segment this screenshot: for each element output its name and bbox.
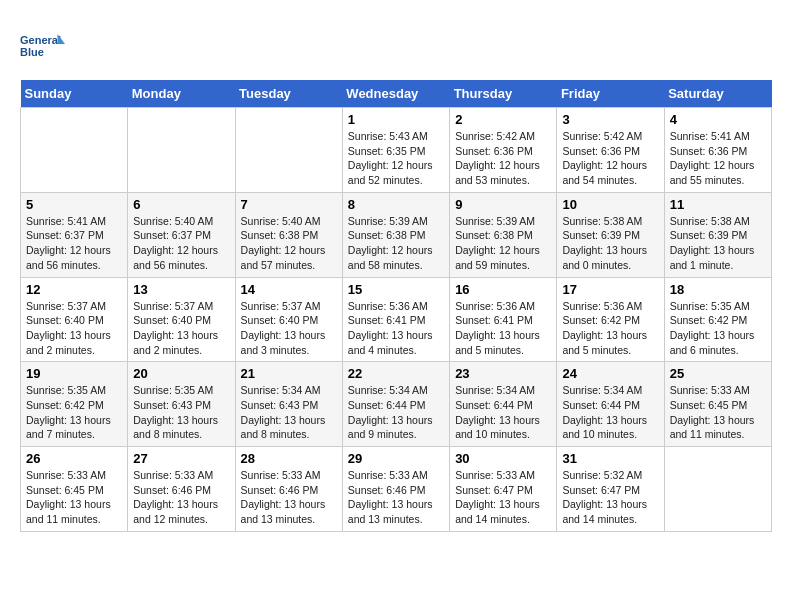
- header-sunday: Sunday: [21, 80, 128, 108]
- header-thursday: Thursday: [450, 80, 557, 108]
- calendar-cell: 18Sunrise: 5:35 AMSunset: 6:42 PMDayligh…: [664, 277, 771, 362]
- day-number: 10: [562, 197, 658, 212]
- day-number: 7: [241, 197, 337, 212]
- day-number: 15: [348, 282, 444, 297]
- calendar-cell: 8Sunrise: 5:39 AMSunset: 6:38 PMDaylight…: [342, 192, 449, 277]
- calendar-cell: 14Sunrise: 5:37 AMSunset: 6:40 PMDayligh…: [235, 277, 342, 362]
- calendar-cell: [235, 108, 342, 193]
- day-info: Sunrise: 5:37 AMSunset: 6:40 PMDaylight:…: [241, 299, 337, 358]
- calendar-cell: 24Sunrise: 5:34 AMSunset: 6:44 PMDayligh…: [557, 362, 664, 447]
- day-info: Sunrise: 5:36 AMSunset: 6:41 PMDaylight:…: [455, 299, 551, 358]
- day-number: 14: [241, 282, 337, 297]
- day-number: 25: [670, 366, 766, 381]
- calendar-cell: 31Sunrise: 5:32 AMSunset: 6:47 PMDayligh…: [557, 447, 664, 532]
- calendar-week-row: 19Sunrise: 5:35 AMSunset: 6:42 PMDayligh…: [21, 362, 772, 447]
- header-wednesday: Wednesday: [342, 80, 449, 108]
- day-info: Sunrise: 5:41 AMSunset: 6:37 PMDaylight:…: [26, 214, 122, 273]
- calendar-cell: 21Sunrise: 5:34 AMSunset: 6:43 PMDayligh…: [235, 362, 342, 447]
- day-info: Sunrise: 5:42 AMSunset: 6:36 PMDaylight:…: [455, 129, 551, 188]
- day-info: Sunrise: 5:38 AMSunset: 6:39 PMDaylight:…: [562, 214, 658, 273]
- day-number: 5: [26, 197, 122, 212]
- day-info: Sunrise: 5:33 AMSunset: 6:47 PMDaylight:…: [455, 468, 551, 527]
- page-header: General Blue: [20, 20, 772, 70]
- day-info: Sunrise: 5:33 AMSunset: 6:45 PMDaylight:…: [26, 468, 122, 527]
- calendar-cell: [128, 108, 235, 193]
- calendar-cell: 3Sunrise: 5:42 AMSunset: 6:36 PMDaylight…: [557, 108, 664, 193]
- day-number: 26: [26, 451, 122, 466]
- calendar-cell: 30Sunrise: 5:33 AMSunset: 6:47 PMDayligh…: [450, 447, 557, 532]
- day-number: 4: [670, 112, 766, 127]
- calendar-cell: 29Sunrise: 5:33 AMSunset: 6:46 PMDayligh…: [342, 447, 449, 532]
- calendar-cell: [664, 447, 771, 532]
- svg-marker-2: [58, 34, 66, 44]
- day-number: 27: [133, 451, 229, 466]
- day-info: Sunrise: 5:34 AMSunset: 6:43 PMDaylight:…: [241, 383, 337, 442]
- day-number: 13: [133, 282, 229, 297]
- calendar-header-row: SundayMondayTuesdayWednesdayThursdayFrid…: [21, 80, 772, 108]
- day-number: 3: [562, 112, 658, 127]
- calendar-cell: 7Sunrise: 5:40 AMSunset: 6:38 PMDaylight…: [235, 192, 342, 277]
- calendar-week-row: 12Sunrise: 5:37 AMSunset: 6:40 PMDayligh…: [21, 277, 772, 362]
- calendar-cell: 16Sunrise: 5:36 AMSunset: 6:41 PMDayligh…: [450, 277, 557, 362]
- day-info: Sunrise: 5:33 AMSunset: 6:46 PMDaylight:…: [348, 468, 444, 527]
- day-info: Sunrise: 5:36 AMSunset: 6:41 PMDaylight:…: [348, 299, 444, 358]
- calendar-cell: 2Sunrise: 5:42 AMSunset: 6:36 PMDaylight…: [450, 108, 557, 193]
- day-info: Sunrise: 5:34 AMSunset: 6:44 PMDaylight:…: [455, 383, 551, 442]
- calendar-cell: 5Sunrise: 5:41 AMSunset: 6:37 PMDaylight…: [21, 192, 128, 277]
- day-info: Sunrise: 5:32 AMSunset: 6:47 PMDaylight:…: [562, 468, 658, 527]
- calendar-cell: 11Sunrise: 5:38 AMSunset: 6:39 PMDayligh…: [664, 192, 771, 277]
- day-info: Sunrise: 5:33 AMSunset: 6:45 PMDaylight:…: [670, 383, 766, 442]
- calendar-week-row: 1Sunrise: 5:43 AMSunset: 6:35 PMDaylight…: [21, 108, 772, 193]
- day-number: 16: [455, 282, 551, 297]
- logo-svg: General Blue: [20, 20, 70, 70]
- calendar-cell: 4Sunrise: 5:41 AMSunset: 6:36 PMDaylight…: [664, 108, 771, 193]
- calendar-cell: 22Sunrise: 5:34 AMSunset: 6:44 PMDayligh…: [342, 362, 449, 447]
- calendar-cell: 26Sunrise: 5:33 AMSunset: 6:45 PMDayligh…: [21, 447, 128, 532]
- day-info: Sunrise: 5:43 AMSunset: 6:35 PMDaylight:…: [348, 129, 444, 188]
- day-info: Sunrise: 5:42 AMSunset: 6:36 PMDaylight:…: [562, 129, 658, 188]
- day-info: Sunrise: 5:37 AMSunset: 6:40 PMDaylight:…: [26, 299, 122, 358]
- calendar-cell: 27Sunrise: 5:33 AMSunset: 6:46 PMDayligh…: [128, 447, 235, 532]
- day-number: 9: [455, 197, 551, 212]
- day-info: Sunrise: 5:37 AMSunset: 6:40 PMDaylight:…: [133, 299, 229, 358]
- logo: General Blue: [20, 20, 70, 70]
- calendar-cell: [21, 108, 128, 193]
- day-number: 12: [26, 282, 122, 297]
- calendar-cell: 28Sunrise: 5:33 AMSunset: 6:46 PMDayligh…: [235, 447, 342, 532]
- day-number: 1: [348, 112, 444, 127]
- day-info: Sunrise: 5:38 AMSunset: 6:39 PMDaylight:…: [670, 214, 766, 273]
- day-info: Sunrise: 5:34 AMSunset: 6:44 PMDaylight:…: [562, 383, 658, 442]
- day-number: 31: [562, 451, 658, 466]
- calendar-cell: 9Sunrise: 5:39 AMSunset: 6:38 PMDaylight…: [450, 192, 557, 277]
- logo-container: General Blue: [20, 20, 70, 70]
- calendar-week-row: 26Sunrise: 5:33 AMSunset: 6:45 PMDayligh…: [21, 447, 772, 532]
- calendar-cell: 23Sunrise: 5:34 AMSunset: 6:44 PMDayligh…: [450, 362, 557, 447]
- day-info: Sunrise: 5:39 AMSunset: 6:38 PMDaylight:…: [348, 214, 444, 273]
- day-number: 28: [241, 451, 337, 466]
- day-number: 19: [26, 366, 122, 381]
- day-info: Sunrise: 5:40 AMSunset: 6:38 PMDaylight:…: [241, 214, 337, 273]
- day-number: 23: [455, 366, 551, 381]
- day-number: 2: [455, 112, 551, 127]
- day-info: Sunrise: 5:41 AMSunset: 6:36 PMDaylight:…: [670, 129, 766, 188]
- calendar-cell: 1Sunrise: 5:43 AMSunset: 6:35 PMDaylight…: [342, 108, 449, 193]
- calendar-cell: 19Sunrise: 5:35 AMSunset: 6:42 PMDayligh…: [21, 362, 128, 447]
- day-number: 20: [133, 366, 229, 381]
- calendar-cell: 25Sunrise: 5:33 AMSunset: 6:45 PMDayligh…: [664, 362, 771, 447]
- day-number: 8: [348, 197, 444, 212]
- header-friday: Friday: [557, 80, 664, 108]
- day-number: 24: [562, 366, 658, 381]
- day-info: Sunrise: 5:34 AMSunset: 6:44 PMDaylight:…: [348, 383, 444, 442]
- calendar-cell: 15Sunrise: 5:36 AMSunset: 6:41 PMDayligh…: [342, 277, 449, 362]
- day-number: 17: [562, 282, 658, 297]
- day-info: Sunrise: 5:35 AMSunset: 6:43 PMDaylight:…: [133, 383, 229, 442]
- day-info: Sunrise: 5:36 AMSunset: 6:42 PMDaylight:…: [562, 299, 658, 358]
- calendar-cell: 20Sunrise: 5:35 AMSunset: 6:43 PMDayligh…: [128, 362, 235, 447]
- day-number: 11: [670, 197, 766, 212]
- calendar-week-row: 5Sunrise: 5:41 AMSunset: 6:37 PMDaylight…: [21, 192, 772, 277]
- svg-text:General: General: [20, 34, 61, 46]
- day-info: Sunrise: 5:35 AMSunset: 6:42 PMDaylight:…: [670, 299, 766, 358]
- day-number: 18: [670, 282, 766, 297]
- day-number: 6: [133, 197, 229, 212]
- calendar-cell: 17Sunrise: 5:36 AMSunset: 6:42 PMDayligh…: [557, 277, 664, 362]
